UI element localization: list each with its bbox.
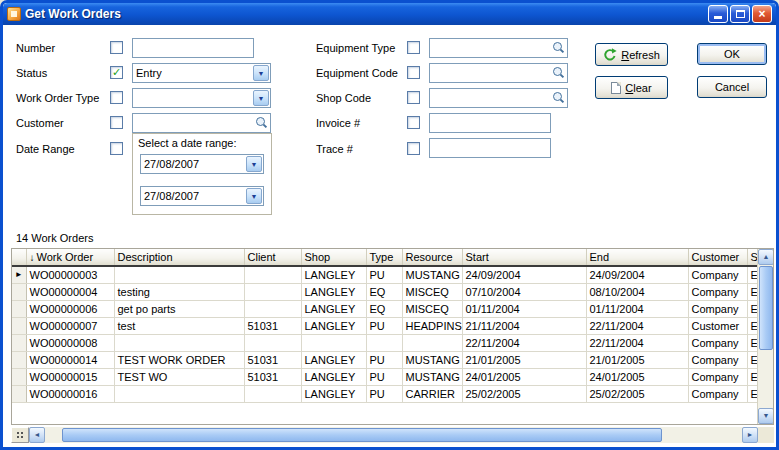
titlebar[interactable]: Get Work Orders × (3, 3, 776, 25)
number-input[interactable] (132, 38, 254, 58)
table-cell: E (747, 368, 758, 385)
column-header-end[interactable]: End (586, 249, 688, 266)
equipment-type-lookup-icon[interactable] (551, 41, 565, 55)
minimize-button[interactable] (708, 5, 728, 23)
table-cell: 22/11/2004 (586, 317, 688, 334)
table-cell: Company (688, 266, 747, 283)
scroll-right-button[interactable]: ► (742, 427, 758, 443)
table-row[interactable]: WO00000006get po partsLANGLEYEQMISCEQ01/… (12, 300, 758, 317)
column-header-start[interactable]: Start (462, 249, 586, 266)
row-selector[interactable] (12, 317, 26, 334)
equipment-type-input[interactable] (430, 39, 550, 57)
table-cell: MUSTANG (402, 368, 462, 385)
date-to-dropdown[interactable]: 27/08/2007 ▼ (140, 186, 264, 206)
scroll-up-button[interactable]: ▲ (758, 249, 774, 265)
vertical-scrollbar[interactable]: ▲ ▼ (757, 249, 773, 424)
cancel-button[interactable]: Cancel (697, 76, 767, 98)
customer-lookup-icon[interactable] (254, 116, 268, 130)
date-from-dropdown-arrow-icon[interactable]: ▼ (246, 156, 262, 172)
shop-code-checkbox[interactable] (407, 91, 420, 104)
date-range-checkbox[interactable] (110, 142, 123, 155)
date-to-value: 27/08/2007 (144, 187, 199, 205)
equipment-type-label: Equipment Type (316, 42, 395, 54)
table-cell: MUSTANG (402, 351, 462, 368)
scroll-down-button[interactable]: ▼ (758, 408, 774, 424)
invoice-checkbox[interactable] (407, 116, 420, 129)
customer-lookup-field[interactable] (132, 113, 271, 133)
column-header-work-order[interactable]: ↓Work Order (26, 249, 114, 266)
shop-code-lookup-field[interactable] (429, 88, 568, 108)
status-dropdown[interactable]: Entry ▼ (132, 63, 271, 83)
window-title: Get Work Orders (25, 7, 121, 21)
status-checkbox[interactable]: ✓ (110, 66, 123, 79)
column-header-shop[interactable]: Shop (301, 249, 366, 266)
horizontal-scrollbar[interactable]: ◄ ► (11, 427, 774, 443)
table-cell: WO00000004 (26, 283, 114, 300)
row-selector[interactable] (12, 351, 26, 368)
equipment-code-lookup-field[interactable] (429, 63, 568, 83)
equipment-code-lookup-icon[interactable] (551, 66, 565, 80)
table-cell (244, 334, 301, 351)
equipment-type-lookup-field[interactable] (429, 38, 568, 58)
work-order-count: 14 Work Orders (16, 232, 93, 244)
results-table-body: ►WO00000003LANGLEYPUMUSTANG24/09/200424/… (12, 266, 758, 402)
table-row[interactable]: WO00000015TEST WO51031LANGLEYPUMUSTANG24… (12, 368, 758, 385)
refresh-button[interactable]: Refresh (595, 43, 668, 66)
customer-input[interactable] (133, 114, 253, 132)
column-header-client[interactable]: Client (244, 249, 301, 266)
close-button[interactable]: × (752, 5, 772, 23)
column-header-s[interactable]: S (747, 249, 758, 266)
row-selector[interactable] (12, 334, 26, 351)
ok-label: OK (724, 48, 740, 60)
table-row[interactable]: WO00000007test51031LANGLEYPUHEADPINS21/1… (12, 317, 758, 334)
shop-code-input[interactable] (430, 89, 550, 107)
column-header-resource[interactable]: Resource (402, 249, 462, 266)
trace-checkbox[interactable] (407, 142, 420, 155)
ok-button[interactable]: OK (697, 43, 767, 65)
table-row[interactable]: WO00000004testingLANGLEYEQMISCEQ07/10/20… (12, 283, 758, 300)
scroll-left-button[interactable]: ◄ (29, 427, 45, 443)
equipment-code-input[interactable] (430, 64, 550, 82)
table-row[interactable]: WO0000000822/11/200422/11/2004CompanyE (12, 334, 758, 351)
maximize-button[interactable] (730, 5, 750, 23)
work-order-type-dropdown-arrow-icon[interactable]: ▼ (253, 90, 269, 106)
clear-button[interactable]: Clear (595, 76, 668, 99)
column-header-customer[interactable]: Customer (688, 249, 747, 266)
date-from-dropdown[interactable]: 27/08/2007 ▼ (140, 154, 264, 174)
row-selector[interactable] (12, 283, 26, 300)
vertical-scroll-thumb[interactable] (759, 266, 773, 350)
work-order-type-dropdown[interactable]: ▼ (132, 88, 271, 108)
navigator-button[interactable] (11, 427, 29, 443)
table-cell: PU (366, 266, 402, 283)
date-to-dropdown-arrow-icon[interactable]: ▼ (246, 188, 262, 204)
trace-input[interactable] (429, 138, 551, 158)
shop-code-lookup-icon[interactable] (551, 91, 565, 105)
table-cell: 24/01/2005 (586, 368, 688, 385)
table-cell: 21/01/2005 (586, 351, 688, 368)
status-dropdown-arrow-icon[interactable]: ▼ (253, 65, 269, 81)
maximize-icon (736, 10, 745, 18)
table-cell: TEST WORK ORDER (114, 351, 244, 368)
number-checkbox[interactable] (110, 41, 123, 54)
table-row[interactable]: WO00000014TEST WORK ORDER51031LANGLEYPUM… (12, 351, 758, 368)
table-cell: get po parts (114, 300, 244, 317)
status-value: Entry (136, 64, 162, 82)
table-row[interactable]: WO00000016LANGLEYPUCARRIER25/02/200525/0… (12, 385, 758, 402)
column-header-description[interactable]: Description (114, 249, 244, 266)
customer-checkbox[interactable] (110, 116, 123, 129)
table-cell: MISCEQ (402, 283, 462, 300)
trace-label: Trace # (316, 143, 353, 155)
shop-code-label: Shop Code (316, 92, 371, 104)
equipment-code-checkbox[interactable] (407, 66, 420, 79)
current-row-marker[interactable]: ► (12, 266, 26, 283)
equipment-type-checkbox[interactable] (407, 41, 420, 54)
row-selector[interactable] (12, 368, 26, 385)
column-header-type[interactable]: Type (366, 249, 402, 266)
horizontal-scroll-thumb[interactable] (62, 428, 662, 442)
table-row[interactable]: ►WO00000003LANGLEYPUMUSTANG24/09/200424/… (12, 266, 758, 283)
row-selector[interactable] (12, 385, 26, 402)
table-cell: E (747, 300, 758, 317)
row-selector[interactable] (12, 300, 26, 317)
work-order-type-checkbox[interactable] (110, 91, 123, 104)
invoice-input[interactable] (429, 113, 551, 133)
